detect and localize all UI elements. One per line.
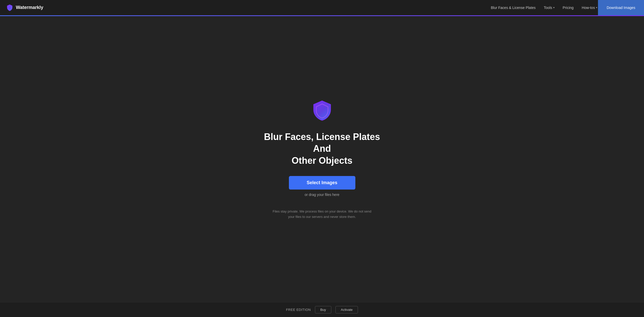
brand-logo-link[interactable]: Watermarkly [6, 4, 43, 11]
drag-text: or drag your files here [304, 193, 339, 197]
footer: FREE EDITION Buy Activate [0, 302, 644, 317]
nav-link-howtos[interactable]: How-tos ▾ [582, 6, 597, 10]
nav-link-tools[interactable]: Tools ▾ [544, 6, 555, 10]
privacy-notice: Files stay private. We process files on … [271, 209, 373, 220]
nav-item-tools[interactable]: Tools ▾ [544, 6, 555, 10]
main-shield-icon [311, 99, 334, 122]
howtos-arrow-icon: ▾ [596, 6, 597, 9]
nav-item-howtos[interactable]: How-tos ▾ [582, 6, 597, 10]
brand-shield-icon [6, 4, 13, 11]
nav-link-blur[interactable]: Blur Faces & License Plates [491, 6, 536, 10]
nav-item-pricing[interactable]: Pricing [563, 6, 574, 10]
activate-button[interactable]: Activate [335, 306, 358, 313]
select-images-button[interactable]: Select Images [289, 176, 355, 190]
nav-link-pricing[interactable]: Pricing [563, 6, 574, 10]
buy-button[interactable]: Buy [315, 306, 331, 313]
shield-icon-container [311, 99, 334, 123]
download-images-button[interactable]: Download Images [598, 0, 644, 15]
main-heading: Blur Faces, License Plates And Other Obj… [256, 131, 389, 167]
footer-edition-label: FREE EDITION [286, 308, 311, 312]
main-content: Blur Faces, License Plates And Other Obj… [0, 16, 644, 302]
nav-item-blur[interactable]: Blur Faces & License Plates [491, 6, 536, 10]
brand-name: Watermarkly [16, 5, 43, 10]
navbar: Watermarkly Blur Faces & License Plates … [0, 0, 644, 15]
tools-arrow-icon: ▾ [553, 6, 555, 9]
